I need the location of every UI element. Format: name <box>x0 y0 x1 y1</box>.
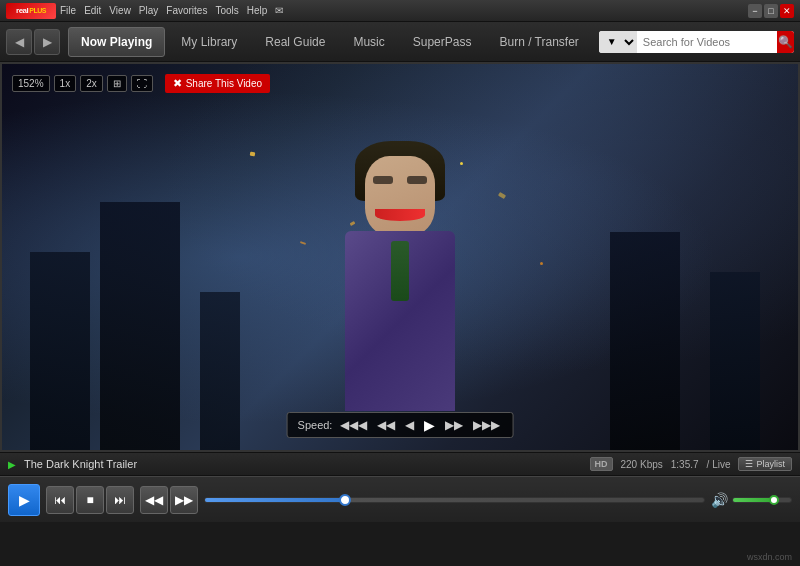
prev-button[interactable]: ⏮ <box>46 486 74 514</box>
share-button[interactable]: ✖ Share This Video <box>165 74 270 93</box>
face-paint-eyes2 <box>407 176 427 184</box>
building-4 <box>610 232 680 452</box>
speed-label: Speed: <box>298 419 333 431</box>
menu-file[interactable]: File <box>60 5 76 16</box>
share-icon: ✖ <box>173 77 182 90</box>
status-right: HD 220 Kbps 1:35.7 / Live ☰ Playlist <box>590 457 793 471</box>
next-button[interactable]: ⏭ <box>106 486 134 514</box>
playlist-label: Playlist <box>756 459 785 469</box>
volume-fill <box>733 498 774 502</box>
menu-view[interactable]: View <box>109 5 131 16</box>
track-title: The Dark Knight Trailer <box>24 458 582 470</box>
transport-bar: ▶ ⏮ ■ ⏭ ◀◀ ▶▶ 🔊 <box>0 476 800 522</box>
progress-container <box>204 486 705 514</box>
time-display: 1:35.7 <box>671 459 699 470</box>
forward-button[interactable]: ▶ <box>34 29 60 55</box>
back-button[interactable]: ◀ <box>6 29 32 55</box>
video-overlay-top: 152% 1x 2x ⊞ ⛶ ✖ Share This Video <box>12 74 270 93</box>
view-full-button[interactable]: ⛶ <box>131 75 153 92</box>
search-box: ▼ 🔍 <box>599 31 794 53</box>
search-button[interactable]: 🔍 <box>777 31 794 53</box>
hd-badge: HD <box>590 457 613 471</box>
view-fit-button[interactable]: ⊞ <box>107 75 127 92</box>
progress-thumb[interactable] <box>339 494 351 506</box>
volume-track[interactable] <box>732 497 792 503</box>
tab-burn-transfer[interactable]: Burn / Transfer <box>487 27 590 57</box>
minimize-button[interactable]: − <box>748 4 762 18</box>
seek-group: ◀◀ ▶▶ <box>140 486 198 514</box>
progress-track[interactable] <box>204 497 705 503</box>
window-controls: − □ ✕ <box>748 4 794 18</box>
tab-superpass[interactable]: SuperPass <box>401 27 484 57</box>
back-forward-group: ◀ ▶ <box>6 29 60 55</box>
fast-forward-button[interactable]: ▶▶ <box>170 486 198 514</box>
progress-fill <box>205 498 345 502</box>
live-indicator: / Live <box>707 459 731 470</box>
playlist-button[interactable]: ☰ Playlist <box>738 457 792 471</box>
volume-icon: 🔊 <box>711 492 728 508</box>
speed-control: Speed: ◀◀◀ ◀◀ ◀ ▶ ▶▶ ▶▶▶ <box>287 412 514 438</box>
zoom-level: 152% <box>12 75 50 92</box>
joker-tie <box>391 241 409 301</box>
search-type-select[interactable]: ▼ <box>599 31 637 53</box>
joker-figure <box>300 131 500 411</box>
tab-my-library[interactable]: My Library <box>169 27 249 57</box>
tab-now-playing[interactable]: Now Playing <box>68 27 165 57</box>
speed-play-button[interactable]: ▶ <box>422 417 437 433</box>
view-1x-button[interactable]: 1x <box>54 75 77 92</box>
building-3 <box>710 272 760 452</box>
speed-fwd2-button[interactable]: ▶▶▶ <box>471 418 502 432</box>
menu-tools[interactable]: Tools <box>215 5 238 16</box>
face-paint-eyes <box>373 176 393 184</box>
face-paint-mouth <box>375 209 425 221</box>
status-bar: ▶ The Dark Knight Trailer HD 220 Kbps 1:… <box>0 452 800 476</box>
debris-7 <box>540 262 543 265</box>
menu-icon[interactable]: ✉ <box>275 5 283 16</box>
menu-bar: File Edit View Play Favorites Tools Help… <box>60 5 283 16</box>
tab-music[interactable]: Music <box>341 27 396 57</box>
view-2x-button[interactable]: 2x <box>80 75 103 92</box>
menu-help[interactable]: Help <box>247 5 268 16</box>
joker-head <box>365 156 435 236</box>
playlist-icon: ☰ <box>745 459 753 469</box>
watermark: wsxdn.com <box>747 552 792 562</box>
speed-rwd3-button[interactable]: ◀◀◀ <box>338 418 369 432</box>
menu-play[interactable]: Play <box>139 5 158 16</box>
app-logo: realPLUS <box>6 3 56 19</box>
volume-thumb[interactable] <box>769 495 779 505</box>
stop-button[interactable]: ■ <box>76 486 104 514</box>
title-bar: realPLUS File Edit View Play Favorites T… <box>0 0 800 22</box>
joker-suit <box>345 231 455 411</box>
search-input[interactable] <box>637 31 777 53</box>
menu-edit[interactable]: Edit <box>84 5 101 16</box>
video-area[interactable]: 152% 1x 2x ⊞ ⛶ ✖ Share This Video Speed:… <box>0 62 800 452</box>
tab-real-guide[interactable]: Real Guide <box>253 27 337 57</box>
debris-8 <box>250 152 256 157</box>
volume-container: 🔊 <box>711 492 792 508</box>
building-1 <box>30 252 90 452</box>
title-bar-left: realPLUS File Edit View Play Favorites T… <box>6 3 283 19</box>
rewind-button[interactable]: ◀◀ <box>140 486 168 514</box>
maximize-button[interactable]: □ <box>764 4 778 18</box>
nav-bar: ◀ ▶ Now Playing My Library Real Guide Mu… <box>0 22 800 62</box>
play-indicator: ▶ <box>8 459 16 470</box>
menu-favorites[interactable]: Favorites <box>166 5 207 16</box>
speed-fwd1-button[interactable]: ▶▶ <box>443 418 465 432</box>
prev-stop-next-group: ⏮ ■ ⏭ <box>46 486 134 514</box>
bitrate-display: 220 Kbps <box>621 459 663 470</box>
speed-rwd1-button[interactable]: ◀ <box>403 418 416 432</box>
speed-rwd2-button[interactable]: ◀◀ <box>375 418 397 432</box>
building-5 <box>200 292 240 452</box>
play-button[interactable]: ▶ <box>8 484 40 516</box>
close-button[interactable]: ✕ <box>780 4 794 18</box>
building-2 <box>100 202 180 452</box>
